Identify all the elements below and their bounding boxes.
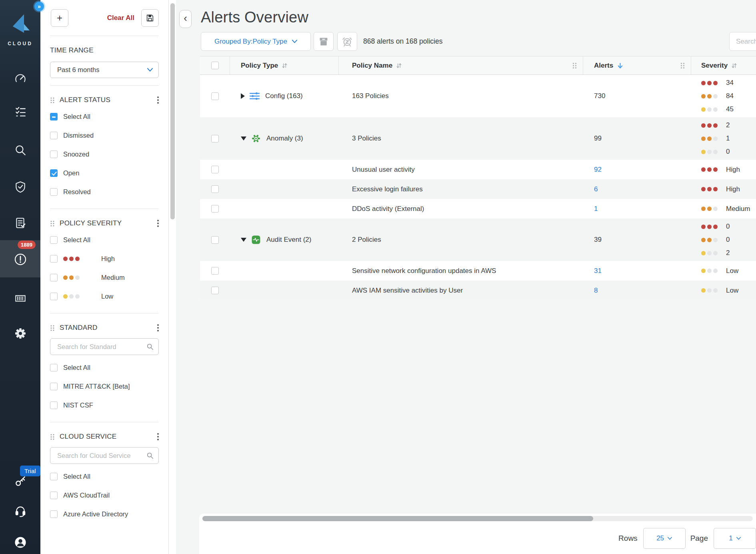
table-search-input[interactable]: [735, 37, 756, 46]
checkbox-checked[interactable]: [50, 169, 58, 177]
cloud-service-menu-button[interactable]: [157, 433, 159, 440]
alert-status-option-snoozed[interactable]: Snoozed: [50, 145, 159, 164]
sidebar-item-license[interactable]: [0, 474, 40, 488]
table-search[interactable]: [729, 32, 756, 51]
grouped-by-dropdown[interactable]: Grouped By:Policy Type: [201, 32, 311, 51]
row-checkbox[interactable]: [211, 236, 219, 244]
time-range-select[interactable]: Past 6 months: [50, 62, 159, 78]
row-checkbox[interactable]: [211, 287, 219, 294]
policy-severity-menu-button[interactable]: [157, 220, 159, 227]
table-row-group-audit-event[interactable]: Audit Event (2) 2 Policies 39 0 0 2: [200, 219, 756, 261]
alert-count-link[interactable]: 1: [594, 205, 598, 213]
add-filter-button[interactable]: +: [51, 9, 68, 27]
checkbox[interactable]: [50, 473, 58, 480]
standard-option-select-all[interactable]: Select All: [50, 358, 159, 377]
severity-option-high[interactable]: High: [50, 249, 159, 268]
checkbox[interactable]: [50, 492, 58, 499]
checkbox[interactable]: [50, 364, 58, 371]
collapse-arrow-icon[interactable]: [241, 136, 246, 141]
row-checkbox[interactable]: [211, 135, 219, 143]
column-resize-grip[interactable]: [572, 62, 577, 69]
alert-status-option-open[interactable]: Open: [50, 164, 159, 183]
alert-count-link[interactable]: 8: [594, 287, 598, 295]
alert-status-menu-button[interactable]: [157, 96, 159, 104]
collapse-arrow-icon[interactable]: [241, 238, 246, 242]
snooze-alerts-button[interactable]: [337, 32, 357, 51]
column-header-severity[interactable]: Severity: [691, 56, 756, 74]
cloud-service-option-select-all[interactable]: Select All: [50, 467, 159, 486]
row-checkbox[interactable]: [211, 267, 219, 275]
checkbox[interactable]: [50, 383, 58, 390]
sidebar-item-support[interactable]: [0, 504, 40, 518]
alert-status-option-dismissed[interactable]: Dismissed: [50, 126, 159, 145]
expand-arrow-icon[interactable]: [241, 93, 245, 99]
sidebar-expand-button[interactable]: »: [34, 2, 44, 11]
alert-status-option-resolved[interactable]: Resolved: [50, 183, 159, 201]
table-row-policy[interactable]: DDoS activity (External) 1 Medium: [200, 199, 756, 219]
alert-count-link[interactable]: 31: [594, 267, 602, 275]
sidebar-item-settings[interactable]: [0, 327, 40, 340]
column-resize-grip[interactable]: [680, 62, 685, 69]
sort-updown-icon[interactable]: [396, 62, 402, 69]
checkbox[interactable]: [50, 151, 58, 158]
severity-option-medium[interactable]: Medium: [50, 268, 159, 287]
cloud-service-option-cloudtrail[interactable]: AWS CloudTrail: [50, 486, 159, 505]
row-checkbox[interactable]: [211, 166, 219, 173]
checkbox[interactable]: [50, 274, 58, 281]
sidebar-item-compliance[interactable]: [0, 180, 40, 194]
sidebar-item-investigate[interactable]: [0, 143, 40, 157]
save-filter-button[interactable]: [141, 9, 159, 27]
sidebar-item-alerts[interactable]: [0, 253, 40, 266]
drag-handle-icon[interactable]: [50, 220, 55, 227]
cloud-service-option-azure-ad[interactable]: Azure Active Directory: [50, 505, 159, 524]
alert-count-link[interactable]: 92: [594, 166, 602, 174]
table-row-policy[interactable]: Excessive login failures 6 High: [200, 179, 756, 199]
drag-handle-icon[interactable]: [50, 325, 55, 331]
checkbox[interactable]: [50, 255, 58, 263]
sidebar-item-dashboard[interactable]: [0, 72, 40, 86]
row-checkbox[interactable]: [211, 92, 219, 100]
collapse-filters-button[interactable]: ‹: [179, 10, 192, 28]
standard-search[interactable]: [50, 338, 159, 355]
sidebar-item-profile[interactable]: [0, 536, 40, 549]
column-header-policy-name[interactable]: Policy Name: [339, 56, 583, 74]
sort-updown-icon[interactable]: [282, 62, 288, 69]
standard-search-input[interactable]: [56, 343, 146, 351]
drag-handle-icon[interactable]: [50, 434, 55, 440]
row-checkbox[interactable]: [211, 205, 219, 213]
checkbox[interactable]: [50, 293, 58, 300]
table-row-group-config[interactable]: Config (163) 163 Policies 730 34 84 45: [200, 75, 756, 117]
horizontal-scrollbar-track[interactable]: [202, 516, 753, 521]
sidebar-item-compute[interactable]: [0, 291, 40, 305]
row-checkbox[interactable]: [211, 185, 219, 193]
column-header-alerts[interactable]: Alerts: [583, 56, 691, 74]
horizontal-scrollbar-thumb[interactable]: [202, 516, 593, 521]
checkbox[interactable]: [50, 401, 58, 409]
standard-menu-button[interactable]: [157, 324, 159, 331]
checkbox[interactable]: [50, 510, 58, 518]
checkbox[interactable]: [50, 132, 58, 139]
table-row-policy[interactable]: Unusual user activity 92 High: [200, 160, 756, 179]
table-row-policy[interactable]: AWS IAM sensitive activities by User 8 L…: [200, 281, 756, 300]
alert-count-link[interactable]: 6: [594, 185, 598, 193]
clear-all-button[interactable]: Clear All: [107, 14, 134, 22]
severity-option-select-all[interactable]: Select All: [50, 231, 159, 249]
cloud-service-search-input[interactable]: [56, 452, 146, 460]
checkbox-indeterminate[interactable]: [50, 113, 58, 120]
severity-option-low[interactable]: Low: [50, 287, 159, 306]
app-logo[interactable]: CLOUD: [0, 14, 40, 46]
alert-status-option-select-all[interactable]: Select All: [50, 107, 159, 126]
scrollbar-thumb[interactable]: [170, 3, 175, 219]
sort-updown-icon[interactable]: [731, 62, 737, 69]
dismiss-alerts-button[interactable]: [314, 32, 334, 51]
page-select[interactable]: 1: [714, 528, 756, 549]
cloud-service-search[interactable]: [50, 447, 159, 464]
select-all-rows-checkbox[interactable]: [211, 62, 219, 69]
standard-option-mitre[interactable]: MITRE ATT&CK [Beta]: [50, 377, 159, 396]
checkbox[interactable]: [50, 188, 58, 196]
sidebar-item-policies[interactable]: [0, 105, 40, 118]
checkbox[interactable]: [50, 236, 58, 244]
rows-per-page-select[interactable]: 25: [643, 528, 686, 549]
table-row-group-anomaly[interactable]: Anomaly (3) 3 Policies 99 2 1 0: [200, 117, 756, 160]
sidebar-item-governance[interactable]: [0, 216, 40, 230]
